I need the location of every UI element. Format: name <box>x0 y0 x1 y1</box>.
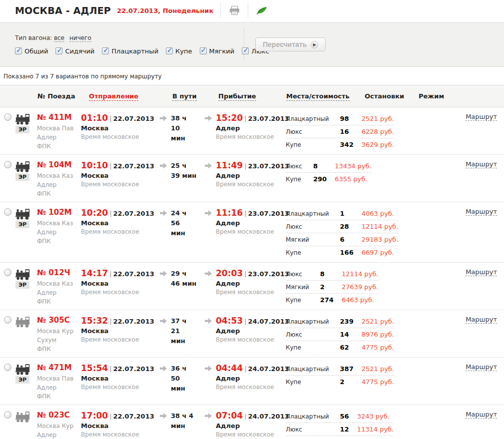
departure-station: Москва <box>81 422 156 430</box>
route-link[interactable]: Маршрут <box>466 411 497 419</box>
train-number-cell: № 411М Москва Пав Адлер ФПК <box>37 112 81 151</box>
departure-time: 15:54 <box>81 363 108 373</box>
departure-cell: 15:32|22.07.2013 Москва Время московское <box>81 315 156 343</box>
seat-class-name: Мягкий <box>286 281 320 294</box>
train-radio-button[interactable] <box>4 113 11 121</box>
seat-price: 6228 руб. <box>362 125 394 138</box>
arrival-cell: 15:20|23.07.2013 Адлер Время московское <box>216 112 286 140</box>
checkbox-checked-icon[interactable] <box>242 47 249 54</box>
departure-station: Москва <box>81 219 156 227</box>
seat-class-row: Плацкартный 56 3243 руб. <box>286 410 394 423</box>
seat-price: 13434 руб. <box>335 160 372 173</box>
route-link[interactable]: Маршрут <box>466 208 497 216</box>
pipe-separator: | <box>109 162 111 170</box>
arrival-cell: 20:03|23.07.2013 Адлер Время московское <box>216 267 286 296</box>
checkbox-checked-icon[interactable] <box>15 47 22 54</box>
arrival-station: Адлер <box>216 124 286 132</box>
arrival-station: Адлер <box>216 327 286 335</box>
car-type-checkbox-item[interactable]: Сидячий <box>55 47 94 55</box>
departure-timezone-note: Время московское <box>81 336 156 343</box>
seats-price-cell: Плацкартный 239 2521 руб. Люкс 14 8976 р… <box>286 315 396 354</box>
arrow-right-icon <box>201 159 216 169</box>
er-badge: ЭР <box>15 281 29 289</box>
train-select-cell <box>4 410 37 423</box>
seat-table: Плацкартный 1 4063 руб. Люкс 28 12114 ру… <box>286 207 398 259</box>
column-header-mode: Режим <box>419 92 444 100</box>
page-title: МОСКВА - АДЛЕР <box>15 5 111 16</box>
seat-class-name: Люкс <box>286 125 340 138</box>
seat-class-row: Плацкартный 98 2521 руб. <box>286 112 394 125</box>
train-select-cell: ЭР <box>4 159 37 181</box>
train-radio-button[interactable] <box>4 316 11 324</box>
recalculate-button[interactable]: Пересчитать ▶ <box>255 37 326 51</box>
column-header-train-number: № Поезда <box>37 92 75 100</box>
arrival-cell: 07:04|24.07.2013 Адлер Время московское <box>216 410 286 438</box>
route-link[interactable]: Маршрут <box>466 268 497 276</box>
departure-date: 22.07.2013 <box>113 210 154 217</box>
arrow-right-icon <box>156 315 171 324</box>
seat-table: Плацкартный 98 2521 руб. Люкс 16 6228 ру… <box>286 112 394 151</box>
seat-class-row: Купе 166 6697 руб. <box>286 246 398 259</box>
arrival-station: Адлер <box>216 280 286 287</box>
checkbox-checked-icon[interactable] <box>102 47 109 54</box>
seat-count: 62 <box>340 341 362 354</box>
checkbox-checked-icon[interactable] <box>55 47 62 54</box>
seat-class-row: Люкс 12 11314 руб. <box>286 423 394 436</box>
er-badge: ЭР <box>15 221 29 228</box>
seat-class-row: Мягкий 2 27639 руб. <box>286 281 378 294</box>
train-radio-button[interactable] <box>4 208 11 216</box>
departure-cell: 01:10|22.07.2013 Москва Время московское <box>81 112 156 140</box>
arrow-right-icon <box>156 207 171 216</box>
column-header-arrival[interactable]: Прибытие <box>218 92 256 101</box>
select-none-link[interactable]: ничего <box>69 34 91 42</box>
seat-class-row: Люкс 8 13434 руб. <box>286 160 372 173</box>
arrival-date: 23.07.2013 <box>248 162 289 170</box>
select-all-link[interactable]: все <box>54 34 64 42</box>
seats-price-cell: Плацкартный 387 2521 руб. Купе 2 4775 ру… <box>286 362 396 388</box>
car-type-checkbox-item[interactable]: Мягкий <box>200 47 235 55</box>
train-radio-button[interactable] <box>4 364 11 371</box>
seat-price: 2521 руб. <box>362 363 394 376</box>
arrival-timezone-note: Время московское <box>216 181 286 188</box>
arrow-right-icon <box>156 410 171 419</box>
departure-cell: 15:54|22.07.2013 Москва Время московское <box>81 362 156 391</box>
seat-table: Плацкартный 239 2521 руб. Люкс 14 8976 р… <box>286 315 394 354</box>
trip-duration: 38 ч 4 мин <box>171 410 201 431</box>
train-number-cell: № 023С Москва Кур Адлер ФПК <box>37 410 81 439</box>
seat-count: 28 <box>340 220 362 233</box>
eco-leaf-icon[interactable] <box>255 4 268 17</box>
train-radio-button[interactable] <box>4 269 11 276</box>
column-header-seats-price[interactable]: Места/стоимость <box>286 92 350 101</box>
train-number-cell: № 104М Москва Каз Адлер ФПК <box>37 159 81 198</box>
route-link[interactable]: Маршрут <box>466 316 497 324</box>
departure-station: Москва <box>81 327 156 335</box>
seat-count: 274 <box>320 294 342 307</box>
print-icon[interactable] <box>228 4 241 17</box>
train-radio-button[interactable] <box>4 161 11 168</box>
train-radio-button[interactable] <box>4 411 11 419</box>
pipe-separator: | <box>244 162 246 170</box>
departure-date: 22.07.2013 <box>113 270 154 278</box>
car-type-checkbox-item[interactable]: Купе <box>166 47 192 55</box>
arrow-right-icon <box>201 315 216 324</box>
arrow-right-icon <box>156 112 171 121</box>
column-header-duration[interactable]: В пути <box>172 92 197 101</box>
car-type-checkbox-item[interactable]: Плацкартный <box>102 47 158 55</box>
arrow-right-icon <box>201 362 216 372</box>
car-type-checkbox-item[interactable]: Общий <box>15 47 48 55</box>
seat-price: 27639 руб. <box>342 281 379 294</box>
column-header-departure[interactable]: Отправление <box>89 92 138 101</box>
checkbox-checked-icon[interactable] <box>200 47 207 54</box>
checkbox-checked-icon[interactable] <box>166 47 173 54</box>
seat-price: 12114 руб. <box>362 220 399 233</box>
departure-timezone-note: Время московское <box>81 289 156 296</box>
route-link[interactable]: Маршрут <box>466 113 497 121</box>
arrival-time: 07:04 <box>216 411 243 421</box>
seat-class-name: Плацкартный <box>286 410 340 423</box>
seats-price-cell: Люкс 8 12114 руб. Мягкий 2 27639 руб. Ку… <box>286 267 396 306</box>
seat-class-row: Люкс 8 12114 руб. <box>286 268 378 281</box>
seat-class-row: Купе 2 4775 руб. <box>286 376 394 389</box>
page-date: 22.07.2013, Понедельник <box>117 7 213 14</box>
route-link[interactable]: Маршрут <box>466 160 497 168</box>
route-link[interactable]: Маршрут <box>466 363 497 371</box>
